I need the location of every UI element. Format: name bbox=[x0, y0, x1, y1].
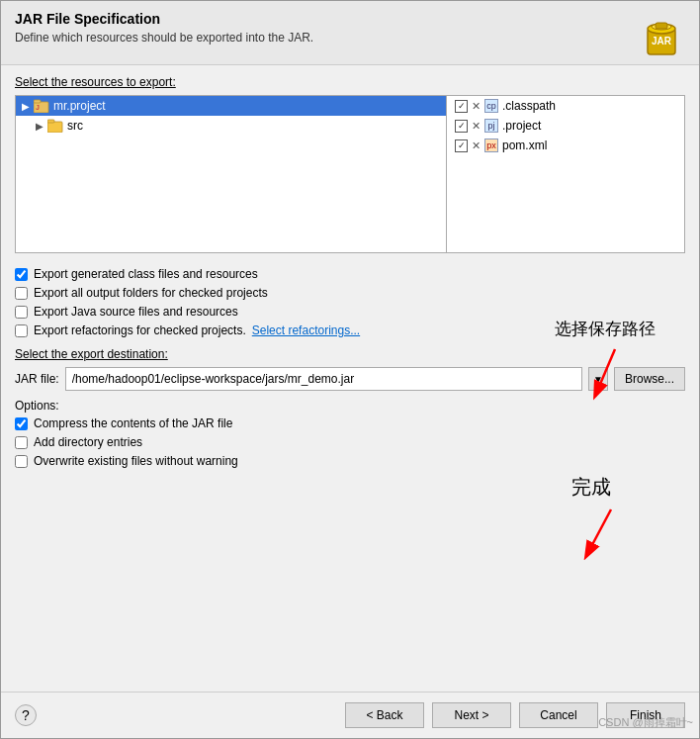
opt1-label: Export generated class files and resourc… bbox=[34, 267, 258, 281]
opt2-checkbox[interactable] bbox=[15, 287, 28, 300]
tree-item-src[interactable]: ▶ src bbox=[16, 116, 446, 136]
option-row-1[interactable]: Export generated class files and resourc… bbox=[15, 267, 685, 281]
help-button[interactable]: ? bbox=[15, 704, 37, 726]
option-row-2[interactable]: Export all output folders for checked pr… bbox=[15, 286, 685, 300]
opt2-label: Export all output folders for checked pr… bbox=[34, 286, 268, 300]
classpath-x-icon: ✕ bbox=[472, 100, 481, 113]
cancel-button[interactable]: Cancel bbox=[519, 702, 598, 728]
jar-dialog: JAR File Specification Define which reso… bbox=[0, 0, 700, 739]
tree-item-mr-project[interactable]: ▶ J mr.project bbox=[16, 96, 446, 116]
option-row-4[interactable]: Export refactorings for checked projects… bbox=[15, 323, 685, 337]
jar-icon: JAR bbox=[638, 11, 685, 58]
pom-checkbox[interactable] bbox=[455, 139, 468, 152]
back-button[interactable]: < Back bbox=[345, 702, 424, 728]
folder-project-icon: J bbox=[34, 99, 49, 113]
svg-line-15 bbox=[586, 509, 611, 556]
src-label: src bbox=[67, 119, 83, 133]
opt4-checkbox[interactable] bbox=[15, 324, 28, 337]
file-item-pom[interactable]: ✕ px pom.xml bbox=[447, 136, 684, 155]
browse-button[interactable]: Browse... bbox=[614, 367, 685, 391]
pom-file-icon: px bbox=[484, 139, 498, 152]
export-dest-section: Select the export destination: JAR file:… bbox=[15, 347, 685, 391]
dialog-body: Select the resources to export: ▶ J bbox=[1, 65, 699, 692]
opt3-label: Export Java source files and resources bbox=[34, 305, 238, 319]
export-options: Export generated class files and resourc… bbox=[15, 267, 685, 337]
annotation-finish: 完成 bbox=[557, 474, 626, 564]
compress-checkbox[interactable] bbox=[15, 417, 28, 430]
compress-label: Compress the contents of the JAR file bbox=[34, 416, 232, 430]
help-icon-label: ? bbox=[22, 707, 30, 723]
project-label: .project bbox=[502, 119, 541, 133]
svg-rect-8 bbox=[47, 122, 62, 133]
dest-section-label: Select the export destination: bbox=[15, 347, 685, 361]
classpath-file-icon: cp bbox=[484, 99, 498, 113]
next-button[interactable]: Next > bbox=[432, 702, 511, 728]
dialog-footer: ? < Back Next > Cancel Finish bbox=[1, 692, 699, 738]
pom-label: pom.xml bbox=[502, 139, 547, 152]
svg-rect-6 bbox=[34, 100, 41, 103]
svg-text:JAR: JAR bbox=[652, 36, 672, 46]
folder-icon bbox=[47, 119, 63, 133]
classpath-label: .classpath bbox=[502, 99, 556, 113]
tree-panel[interactable]: ▶ J mr.project ▶ bbox=[16, 96, 447, 252]
compress-row-3[interactable]: Overwrite existing files without warning bbox=[15, 454, 685, 468]
expand-arrow: ▶ bbox=[22, 101, 30, 112]
src-expand-arrow: ▶ bbox=[36, 121, 44, 132]
compress-section: Options: Compress the contents of the JA… bbox=[15, 399, 685, 468]
file-item-project[interactable]: ✕ pj .project bbox=[447, 116, 684, 136]
resources-section-label: Select the resources to export: bbox=[15, 75, 685, 89]
dir-entries-checkbox[interactable] bbox=[15, 436, 28, 449]
dialog-header: JAR File Specification Define which reso… bbox=[1, 1, 699, 65]
options-label: Options: bbox=[15, 399, 685, 413]
export-dest-row: JAR file: ▼ Browse... bbox=[15, 367, 685, 391]
annotation-arrow-3 bbox=[557, 505, 626, 564]
compress-row-2[interactable]: Add directory entries bbox=[15, 435, 685, 449]
select-refactorings-link[interactable]: Select refactorings... bbox=[252, 323, 360, 337]
opt1-checkbox[interactable] bbox=[15, 268, 28, 281]
svg-rect-9 bbox=[47, 120, 54, 123]
overwrite-checkbox[interactable] bbox=[15, 455, 28, 468]
project-checkbox[interactable] bbox=[455, 120, 468, 133]
annotation-finish-wrapper: 完成 bbox=[15, 474, 685, 553]
dropdown-button[interactable]: ▼ bbox=[588, 367, 608, 391]
opt3-checkbox[interactable] bbox=[15, 306, 28, 319]
jar-file-input[interactable] bbox=[65, 367, 582, 391]
compress-row-1[interactable]: Compress the contents of the JAR file bbox=[15, 416, 685, 430]
option-row-3[interactable]: Export Java source files and resources bbox=[15, 305, 685, 319]
overwrite-label: Overwrite existing files without warning bbox=[34, 454, 238, 468]
dialog-subtitle: Define which resources should be exporte… bbox=[15, 31, 313, 45]
project-x-icon: ✕ bbox=[472, 120, 481, 133]
dir-entries-label: Add directory entries bbox=[34, 435, 142, 449]
svg-rect-3 bbox=[656, 23, 667, 29]
footer-left: ? bbox=[15, 704, 37, 726]
pom-x-icon: ✕ bbox=[472, 139, 481, 152]
opt4-label: Export refactorings for checked projects… bbox=[34, 323, 246, 337]
project-file-icon: pj bbox=[484, 119, 498, 133]
dialog-title: JAR File Specification bbox=[15, 11, 313, 27]
annotation-text-3: 完成 bbox=[571, 474, 611, 501]
resources-section: ▶ J mr.project ▶ bbox=[15, 95, 685, 253]
mr-project-label: mr.project bbox=[53, 99, 106, 113]
header-left: JAR File Specification Define which reso… bbox=[15, 11, 313, 45]
svg-text:J: J bbox=[36, 104, 40, 111]
export-destination-wrapper: Select the export destination: JAR file:… bbox=[15, 347, 685, 391]
project-icons: J bbox=[34, 99, 49, 113]
jar-file-label: JAR file: bbox=[15, 372, 59, 386]
classpath-checkbox[interactable] bbox=[455, 100, 468, 113]
files-panel: ✕ cp .classpath ✕ pj .project ✕ px bbox=[447, 96, 684, 252]
file-item-classpath[interactable]: ✕ cp .classpath bbox=[447, 96, 684, 116]
watermark: CSDN @雨掉霜叶~ bbox=[598, 715, 693, 730]
